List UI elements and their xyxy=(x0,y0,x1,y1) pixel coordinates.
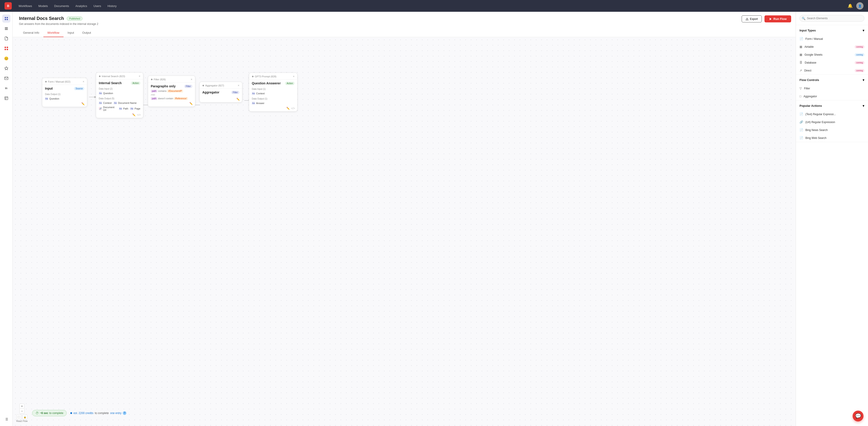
zoom-in-button[interactable]: + xyxy=(20,404,24,408)
rp-item-form-manual[interactable]: 📄 Form / Manual xyxy=(796,35,868,43)
rp-item-airtable[interactable]: ▦ Airtable coming xyxy=(796,43,868,51)
sidebar-page[interactable] xyxy=(2,94,10,102)
lock-button[interactable]: 🔒 xyxy=(22,415,27,420)
play-icon xyxy=(769,18,772,21)
export-icon xyxy=(745,18,749,21)
node-aggregator-header: ◆ Aggregator (827) × xyxy=(199,82,242,89)
url-regex-icon: 🔗 xyxy=(800,120,803,124)
text-regex-icon: 📄 xyxy=(800,112,803,116)
node-form-manual[interactable]: ◆ Form / Manual (822) × Input Source Dat… xyxy=(42,78,87,107)
svg-rect-2 xyxy=(5,19,6,20)
edit-icon-search[interactable]: ✏️ xyxy=(132,113,135,116)
sidebar-linkedin[interactable]: in xyxy=(2,84,10,92)
page-header: Internal Docs Search Published Get answe… xyxy=(13,12,796,37)
rp-item-database[interactable]: 🗄 Database coming xyxy=(796,59,868,66)
sidebar-emoji[interactable]: 😊 xyxy=(2,54,10,62)
google-sheets-icon: ▦ xyxy=(800,53,802,56)
sidebar-list[interactable] xyxy=(2,415,10,423)
code-icon-gpt3[interactable]: </> xyxy=(291,107,295,110)
nav-analytics[interactable]: Analytics xyxy=(75,3,87,8)
zoom-out-button[interactable]: − xyxy=(20,408,24,414)
node-form-manual-header: ◆ Form / Manual (822) × xyxy=(42,78,87,85)
rp-item-bing-web[interactable]: 📄 Bing Web Search xyxy=(796,134,868,142)
nav-documents[interactable]: Documents xyxy=(54,3,69,8)
form-icon: 📄 xyxy=(800,37,803,40)
edit-icon-filter[interactable]: ✏️ xyxy=(189,102,193,105)
close-icon-aggregator[interactable]: × xyxy=(238,84,239,87)
time-status-chip: ⏱ ~6 sec to complete xyxy=(32,410,67,416)
filter-icon: ▽ xyxy=(800,87,802,90)
page-description: Get answers from the documents indexed i… xyxy=(19,22,789,26)
app-logo[interactable]: B xyxy=(4,2,12,9)
header-actions: Export Run Flow xyxy=(742,16,791,22)
node-internal-search[interactable]: ◆ Internal Search (823) × Internal Searc… xyxy=(96,73,143,118)
sidebar-mail[interactable] xyxy=(2,74,10,82)
rp-item-bing-news[interactable]: 📄 Bing News Search xyxy=(796,126,868,134)
code-icon-search[interactable]: </> xyxy=(137,113,141,116)
rp-item-text-regex[interactable]: 📄 (Text) Regular Expressi... xyxy=(796,110,868,118)
right-panel: 🔍 Input Types ▾ 📄 Form / Manual ▦ Airtab… xyxy=(796,12,868,426)
fit-view-button[interactable]: ⛶ xyxy=(17,415,22,420)
rp-item-url-regex[interactable]: 🔗 (Url) Regular Expression xyxy=(796,118,868,126)
node-aggregator[interactable]: ◆ Aggregator (827) × Aggregator Filter ✏… xyxy=(199,82,242,103)
node-internal-search-header: ◆ Internal Search (823) × xyxy=(96,73,143,79)
rp-item-aggregator[interactable]: □ Aggregator xyxy=(796,92,868,100)
sidebar-documents[interactable] xyxy=(2,34,10,42)
flow-controls-header[interactable]: Flow Controls ▾ xyxy=(796,75,868,84)
search-input[interactable] xyxy=(800,15,864,22)
tab-workflow[interactable]: Workflow xyxy=(43,29,64,37)
sidebar-models[interactable] xyxy=(2,24,10,33)
user-avatar[interactable]: 👤 xyxy=(856,2,864,9)
rp-item-direct[interactable]: ↗ Direct coming xyxy=(796,66,868,75)
nav-workflows[interactable]: Workflows xyxy=(19,3,32,8)
bottom-bar: + − ⛶ 🔒 React Flow ⏱ ~6 sec to complete … xyxy=(16,404,126,422)
tab-general-info[interactable]: General Info xyxy=(19,29,43,37)
rp-item-filter[interactable]: ▽ Filter xyxy=(796,84,868,92)
database-icon: 🗄 xyxy=(800,61,802,64)
close-icon-filter[interactable]: × xyxy=(191,78,192,81)
nav-right: 🔔 👤 xyxy=(848,2,864,9)
sidebar-active[interactable] xyxy=(2,44,10,53)
rp-item-google-sheets[interactable]: ▦ Google Sheets coming xyxy=(796,51,868,59)
popular-actions-header[interactable]: Popular Actions ▾ xyxy=(796,101,868,110)
sidebar-magic[interactable] xyxy=(2,64,10,73)
aggregator-icon: □ xyxy=(800,94,801,98)
zoom-controls: + − ⛶ 🔒 React Flow xyxy=(16,404,28,422)
svg-rect-0 xyxy=(5,17,6,18)
svg-rect-7 xyxy=(5,96,8,100)
notification-button[interactable]: 🔔 xyxy=(848,3,852,8)
popular-actions-section: Popular Actions ▾ 📄 (Text) Regular Expre… xyxy=(796,101,868,142)
edit-icon-gpt3[interactable]: ✏️ xyxy=(286,107,290,110)
input-types-header[interactable]: Input Types ▾ xyxy=(796,25,868,35)
edit-icon-form[interactable]: ✏️ xyxy=(81,102,85,106)
react-flow-label: React Flow xyxy=(16,420,28,422)
nav-users[interactable]: Users xyxy=(93,3,101,8)
sidebar-workflows[interactable] xyxy=(2,15,10,23)
status-row: ⏱ ~6 sec to complete est. 2200 credits t… xyxy=(32,410,126,416)
tab-input[interactable]: Input xyxy=(64,29,78,37)
close-icon-gpt3[interactable]: × xyxy=(293,75,294,78)
nav-history[interactable]: History xyxy=(107,3,116,8)
node-filter[interactable]: ◆ Filter (826) × Paragraphs only Filter … xyxy=(148,76,195,107)
direct-icon: ↗ xyxy=(800,69,802,72)
svg-rect-3 xyxy=(6,19,8,20)
svg-rect-5 xyxy=(5,28,8,29)
close-icon-form[interactable]: × xyxy=(83,80,84,83)
close-icon-search[interactable]: × xyxy=(138,75,141,78)
edit-icon-aggregator[interactable]: ✏️ xyxy=(237,98,240,101)
node-gpt3-header: ◆ GPT3 Prompt (828) × xyxy=(249,73,297,80)
info-icon[interactable]: ? xyxy=(123,411,126,415)
node-gpt3[interactable]: ◆ GPT3 Prompt (828) × Question Answerer … xyxy=(249,73,298,112)
node-field-question: Aa Question xyxy=(42,96,87,101)
run-flow-button[interactable]: Run Flow xyxy=(765,16,792,22)
export-button[interactable]: Export xyxy=(742,16,762,22)
nav-models[interactable]: Models xyxy=(38,3,48,8)
workflow-canvas[interactable]: ◆ Form / Manual (822) × Input Source Dat… xyxy=(13,37,796,426)
svg-rect-6 xyxy=(5,29,8,30)
input-types-section: Input Types ▾ 📄 Form / Manual ▦ Airtable… xyxy=(796,25,868,75)
chat-widget[interactable]: 💬 xyxy=(852,410,864,422)
tab-output[interactable]: Output xyxy=(78,29,95,37)
top-nav: B Workflows Models Documents Analytics U… xyxy=(0,0,868,12)
published-badge: Published xyxy=(67,17,83,21)
node-filter-header: ◆ Filter (826) × xyxy=(148,76,195,83)
